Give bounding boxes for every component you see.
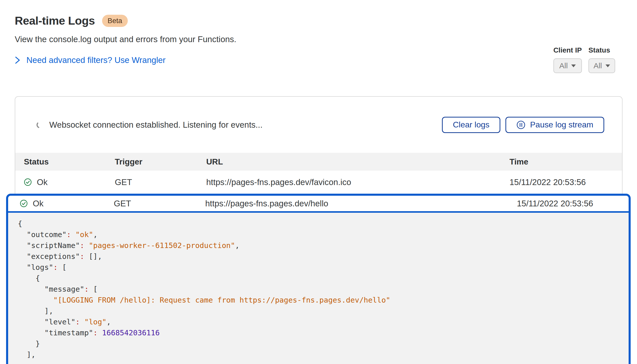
log-row-trigger: GET (114, 199, 205, 208)
selected-log-row[interactable]: Ok GET https://pages-fns.pages.dev/hello… (8, 196, 629, 213)
logs-toolbar: Websocket connection established. Listen… (15, 97, 622, 153)
clear-logs-label: Clear logs (453, 120, 489, 129)
column-header-time: Time (509, 157, 622, 167)
log-row-status: Ok (33, 199, 43, 208)
log-filters: Client IP All Status All (553, 46, 615, 73)
log-row-status: Ok (37, 177, 47, 187)
page-header: Real-time Logs Beta View the console.log… (15, 14, 236, 65)
log-detail-json: { "outcome": "ok", "scriptName": "pages-… (8, 213, 629, 364)
beta-badge: Beta (102, 15, 128, 27)
spinner-icon (36, 121, 44, 129)
log-row-time: 15/11/2022 20:53:56 (517, 199, 629, 208)
column-header-url: URL (206, 157, 509, 167)
wrangler-link[interactable]: Need advanced filters? Use Wrangler (15, 55, 236, 65)
client-ip-dropdown-value: All (559, 61, 568, 70)
pause-icon (516, 120, 525, 129)
page-title: Real-time Logs (15, 14, 95, 27)
log-row-url: https://pages-fns.pages.dev/favicon.ico (206, 177, 509, 187)
log-table-row[interactable]: Ok GET https://pages-fns.pages.dev/favic… (15, 171, 622, 194)
check-circle-icon (24, 178, 32, 186)
log-row-url: https://pages-fns.pages.dev/hello (205, 199, 517, 208)
wrangler-link-label: Need advanced filters? Use Wrangler (26, 55, 166, 65)
websocket-status-text: Websocket connection established. Listen… (49, 120, 263, 130)
pause-log-stream-button[interactable]: Pause log stream (505, 117, 604, 133)
status-dropdown[interactable]: All (588, 58, 615, 73)
column-header-trigger: Trigger (115, 157, 206, 167)
log-row-trigger: GET (115, 177, 206, 187)
status-filter-label: Status (588, 46, 615, 54)
pause-log-stream-label: Pause log stream (530, 120, 593, 129)
caret-down-icon (606, 64, 610, 67)
chevron-right-icon (15, 56, 20, 64)
client-ip-dropdown[interactable]: All (553, 58, 582, 73)
caret-down-icon (571, 64, 576, 67)
column-header-status: Status (24, 157, 115, 167)
check-circle-icon (20, 200, 28, 207)
log-row-time: 15/11/2022 20:53:56 (509, 177, 622, 187)
clear-logs-button[interactable]: Clear logs (442, 117, 500, 133)
page-subtitle: View the console.log output and errors f… (15, 35, 236, 44)
client-ip-filter-label: Client IP (553, 46, 582, 54)
log-table-header: Status Trigger URL Time (15, 153, 622, 171)
status-dropdown-value: All (594, 61, 602, 70)
selected-log-entry: Ok GET https://pages-fns.pages.dev/hello… (6, 194, 631, 364)
